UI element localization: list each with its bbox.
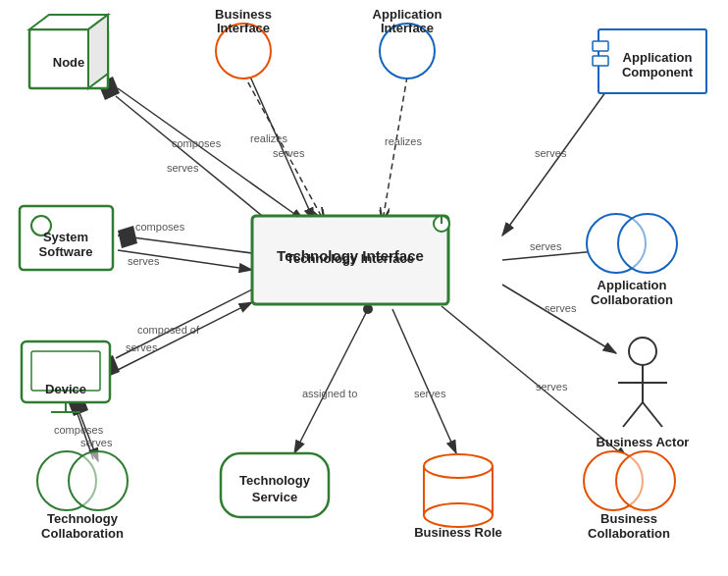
svg-line-15 <box>392 309 456 453</box>
rel-realizes-bi: realizes <box>250 132 287 144</box>
ba-label: Business Actor <box>597 435 690 449</box>
rel-realizes-ai: realizes <box>385 135 422 147</box>
bc-label2: Collaboration <box>588 526 670 541</box>
svg-rect-32 <box>593 41 608 51</box>
svg-line-14 <box>294 309 368 453</box>
diamond-sys <box>118 226 137 248</box>
sys-software-label1: System <box>43 230 88 244</box>
app-component-element: Application Component <box>593 29 706 93</box>
ac-label1: Application <box>623 50 693 65</box>
node-element: Node <box>29 15 108 88</box>
appc-label2: Collaboration <box>591 292 673 307</box>
tech-collab-element: Technology Collaboration <box>37 451 128 541</box>
svg-line-5 <box>116 302 252 371</box>
business-collab-element: Business Collaboration <box>584 451 675 541</box>
app-collab-element: Application Collaboration <box>587 214 677 307</box>
business-interface-element: Business Interface <box>215 7 272 79</box>
rel-composes-sys: composes <box>135 221 185 233</box>
ai-label2: Interface <box>381 21 434 35</box>
rel-serves-bc: serves <box>536 381 568 393</box>
svg-point-43 <box>424 503 493 527</box>
tech-collab-label2: Collaboration <box>41 526 124 541</box>
rel-serves-appc: serves <box>530 240 562 252</box>
node-label: Node <box>53 55 85 70</box>
ts-label2: Service <box>252 490 297 504</box>
svg-line-40 <box>643 402 662 427</box>
ai-label1: Application <box>373 7 442 22</box>
rel-serves-sys: serves <box>128 255 160 267</box>
diagram: composes serves composes serves composed… <box>0 0 728 576</box>
svg-line-39 <box>623 402 643 427</box>
svg-point-46 <box>616 451 675 510</box>
appc-label1: Application <box>598 278 667 292</box>
br-label1: Business Role <box>414 525 502 540</box>
svg-line-10 <box>383 77 407 221</box>
svg-line-11 <box>502 88 608 236</box>
device-label: Device <box>45 382 86 396</box>
rel-serves-br: serves <box>414 388 446 399</box>
svg-point-28 <box>69 451 128 510</box>
business-actor-element: Business Actor <box>597 338 690 449</box>
tech-service-element: Technology Service <box>221 453 329 517</box>
app-interface-element: Application Interface <box>373 7 442 79</box>
svg-rect-33 <box>593 56 608 66</box>
bi-label1: Business <box>215 7 272 22</box>
rel-serves-ac: serves <box>535 147 567 159</box>
rel-composes-tc: composes <box>54 424 104 436</box>
sys-software-label2: Software <box>39 244 93 259</box>
tech-collab-label1: Technology <box>47 511 119 526</box>
rel-serves-node: serves <box>167 162 199 174</box>
center-text: Technology Interface <box>277 247 424 264</box>
ts-label1: Technology <box>239 473 311 488</box>
bc-label1: Business <box>600 511 657 526</box>
rel-serves-ba: serves <box>545 302 577 314</box>
ac-label2: Component <box>622 65 694 79</box>
rel-serves-tc: serves <box>80 437 113 448</box>
business-role-element: Business Role <box>414 454 502 540</box>
svg-point-36 <box>629 338 656 365</box>
svg-point-35 <box>618 214 677 273</box>
system-software-element: System Software <box>20 206 113 270</box>
rel-serves-bi: serves <box>273 147 305 159</box>
rel-assignedto: assigned to <box>302 388 357 399</box>
svg-line-2 <box>118 236 252 253</box>
bi-label2: Interface <box>217 21 270 35</box>
rel-serves-dev: serves <box>126 341 158 353</box>
device-element: Device <box>22 341 110 412</box>
svg-point-42 <box>424 454 493 478</box>
